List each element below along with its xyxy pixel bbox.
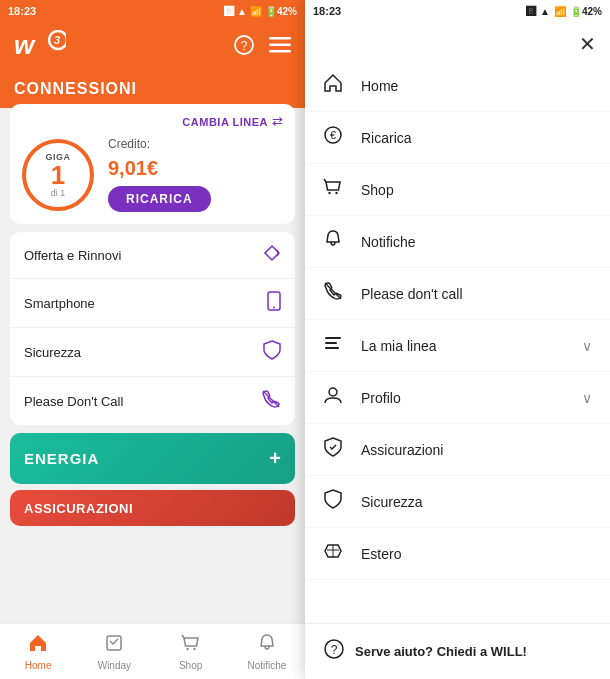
profilo-label: Profilo <box>361 390 582 406</box>
svg-text:w: w <box>14 30 36 58</box>
drawer-item-sicurezza[interactable]: Sicurezza <box>305 476 610 528</box>
header-left: w 3 ? <box>0 22 305 76</box>
svg-point-12 <box>186 647 188 649</box>
swap-icon: ⇄ <box>272 114 283 129</box>
home-drawer-label: Home <box>361 78 592 94</box>
energia-plus: + <box>269 447 281 470</box>
drawer-item-profilo[interactable]: Profilo ∨ <box>305 372 610 424</box>
home-drawer-icon <box>323 73 351 98</box>
svg-point-9 <box>273 307 275 309</box>
ricarica-drawer-icon: € <box>323 125 351 150</box>
header-icons: ? <box>233 34 291 60</box>
main-card: CAMBIA LINEA ⇄ GIGA 1 di 1 Credito: 9,01… <box>10 104 295 224</box>
drawer-item-home[interactable]: Home <box>305 60 610 112</box>
svg-rect-7 <box>269 50 291 53</box>
assicurazioni-drawer-label: Assicurazioni <box>361 442 592 458</box>
home-nav-icon <box>28 633 48 658</box>
offerta-icon <box>263 244 281 266</box>
drawer-item-assicurazioni[interactable]: Assicurazioni <box>305 424 610 476</box>
la-mia-linea-chevron: ∨ <box>582 338 592 354</box>
svg-rect-20 <box>325 342 337 344</box>
nav-notifiche[interactable]: Notifiche <box>229 633 305 671</box>
offerta-label: Offerta e Rinnovi <box>24 248 121 263</box>
menu-item-sicurezza[interactable]: Sicurezza <box>10 328 295 377</box>
menu-item-smartphone[interactable]: Smartphone <box>10 279 295 328</box>
sicurezza-icon <box>263 340 281 364</box>
svg-text:€: € <box>330 129 336 141</box>
giga-number: 1 <box>51 162 65 188</box>
drawer-item-ricarica[interactable]: € Ricarica <box>305 112 610 164</box>
status-bar-right: 18:23 🅱 ▲ 📶 🔋42% <box>305 0 610 22</box>
profilo-chevron: ∨ <box>582 390 592 406</box>
giga-sub: di 1 <box>51 188 66 198</box>
drawer-item-shop[interactable]: Shop <box>305 164 610 216</box>
nav-home[interactable]: Home <box>0 633 76 671</box>
svg-rect-6 <box>269 44 291 47</box>
assicurazioni-drawer-icon <box>323 437 351 462</box>
notifiche-drawer-label: Notifiche <box>361 234 592 250</box>
estero-label: Estero <box>361 546 592 562</box>
close-button[interactable]: ✕ <box>579 32 596 56</box>
drawer-help[interactable]: ? Serve aiuto? Chiedi a WILL! <box>305 623 610 679</box>
nav-winday[interactable]: Winday <box>76 633 152 671</box>
winday-nav-icon <box>104 633 124 658</box>
card-content: GIGA 1 di 1 Credito: 9,01€ RICARICA <box>22 137 283 212</box>
svg-point-22 <box>329 388 337 396</box>
la-mia-linea-label: La mia linea <box>361 338 582 354</box>
svg-rect-19 <box>325 337 341 339</box>
shop-drawer-label: Shop <box>361 182 592 198</box>
drawer-item-estero[interactable]: Estero <box>305 528 610 580</box>
profilo-icon <box>323 385 351 410</box>
smartphone-label: Smartphone <box>24 296 95 311</box>
drawer-item-la-mia-linea[interactable]: La mia linea ∨ <box>305 320 610 372</box>
status-icons-right: 🅱 ▲ 📶 🔋42% <box>526 6 602 17</box>
svg-point-16 <box>328 192 330 194</box>
help-drawer-icon: ? <box>323 638 345 665</box>
giga-circle: GIGA 1 di 1 <box>22 139 94 211</box>
drawer-item-notifiche[interactable]: Notifiche <box>305 216 610 268</box>
svg-rect-5 <box>269 37 291 40</box>
cambia-linea-text: CAMBIA LINEA <box>182 116 268 128</box>
drawer-header: ✕ <box>305 22 610 60</box>
connessioni-title: CONNESSIONI <box>14 80 137 97</box>
credito-amount: 9,01€ <box>108 157 158 180</box>
shop-nav-icon <box>181 633 201 658</box>
phone-off-icon <box>261 389 281 413</box>
menu-list: Offerta e Rinnovi Smartphone Sicurezza <box>10 232 295 425</box>
right-drawer: 18:23 🅱 ▲ 📶 🔋42% ✕ Home € <box>305 0 610 679</box>
drawer-menu: Home € Ricarica Shop <box>305 60 610 623</box>
sicurezza-drawer-icon <box>323 489 351 514</box>
credito-label: Credito: <box>108 137 150 151</box>
assicurazioni-title: ASSICURAZIONI <box>24 501 133 516</box>
sicurezza-drawer-label: Sicurezza <box>361 494 592 510</box>
energia-section[interactable]: ENERGIA + <box>10 433 295 484</box>
nav-shop[interactable]: Shop <box>153 633 229 671</box>
home-nav-label: Home <box>25 660 52 671</box>
time-right: 18:23 <box>313 5 341 17</box>
drawer-item-please-dont-call[interactable]: Please don't call <box>305 268 610 320</box>
ricarica-drawer-label: Ricarica <box>361 130 592 146</box>
assicurazioni-section[interactable]: ASSICURAZIONI <box>10 490 295 526</box>
bottom-nav: Home Winday Shop <box>0 623 305 679</box>
ricarica-button[interactable]: RICARICA <box>108 186 211 212</box>
sicurezza-label: Sicurezza <box>24 345 81 360</box>
svg-text:?: ? <box>241 39 248 53</box>
menu-item-offerta[interactable]: Offerta e Rinnovi <box>10 232 295 279</box>
help-icon[interactable]: ? <box>233 34 255 60</box>
please-dont-call-drawer-label: Please don't call <box>361 286 592 302</box>
svg-point-13 <box>193 647 195 649</box>
help-text: Serve aiuto? Chiedi a WILL! <box>355 644 527 659</box>
menu-item-please-dont-call[interactable]: Please Don't Call <box>10 377 295 425</box>
time-left: 18:23 <box>8 5 36 17</box>
energia-title: ENERGIA <box>24 450 99 467</box>
status-bar-left: 18:23 🅱 ▲ 📶 🔋42% <box>0 0 305 22</box>
svg-rect-21 <box>325 347 339 349</box>
menu-icon[interactable] <box>269 37 291 57</box>
notifiche-drawer-icon <box>323 229 351 254</box>
cambia-linea[interactable]: CAMBIA LINEA ⇄ <box>22 114 283 129</box>
svg-point-17 <box>335 192 337 194</box>
la-mia-linea-icon <box>323 333 351 358</box>
winday-nav-label: Winday <box>98 660 131 671</box>
notifiche-nav-label: Notifiche <box>247 660 286 671</box>
svg-text:?: ? <box>331 643 338 657</box>
